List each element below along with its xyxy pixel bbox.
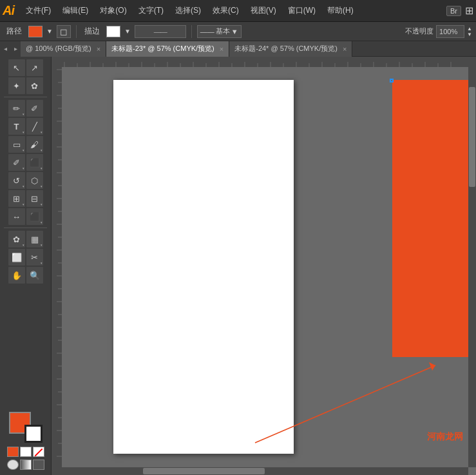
stroke-color-indicator[interactable]: [24, 425, 43, 443]
fill-color-swatch[interactable]: [28, 26, 43, 37]
tabs-bar: ◂ ▸ @ 100% (RGB/预览) × 未标题-23* @ 57% (CMY…: [0, 41, 476, 57]
menu-edit[interactable]: 编辑(E): [57, 3, 93, 19]
menu-help[interactable]: 帮助(H): [322, 3, 359, 19]
workspace-switcher-icon[interactable]: ⊞: [465, 5, 473, 17]
line-segment-icon: ╱: [32, 122, 37, 131]
opacity-stepper[interactable]: ▲ ▼: [467, 26, 472, 37]
fill-mode-btn[interactable]: ◻: [57, 25, 71, 38]
toolbar-separator-2: [191, 25, 192, 38]
tab-scroll-left[interactable]: ◂: [0, 41, 10, 57]
tab-2[interactable]: 未标题-23* @ 57% (CMYK/预览) ×: [106, 41, 229, 57]
tools-inner: ↖ ↗ ✦ ✿ ✏▾ ✐ T▾ ╱▾ ▭▾ 🖌▾ ✐▾ ⬛▾: [0, 57, 51, 287]
canvas-content[interactable]: 河南龙网: [62, 67, 476, 475]
artboard-indicator[interactable]: [33, 460, 44, 470]
rotate-btn[interactable]: ↺▾: [8, 172, 25, 189]
pencil-btn[interactable]: ✐▾: [8, 154, 25, 171]
fill-dropdown-arrow[interactable]: ▼: [46, 28, 53, 35]
warp-icon: ⊟: [31, 194, 38, 204]
tool-row-type: T▾ ╱▾: [1, 118, 50, 135]
tab-scroll-right[interactable]: ▸: [10, 41, 21, 57]
width-icon: ↔: [12, 212, 21, 222]
opacity-section: 不透明度 100% ▲ ▼: [405, 25, 472, 38]
svg-marker-65: [429, 362, 435, 371]
type-tool-btn[interactable]: T▾: [8, 118, 25, 135]
column-chart-btn[interactable]: ▦▾: [26, 231, 43, 247]
zoom-icon: 🔍: [30, 271, 40, 280]
app-logo: Ai: [3, 3, 14, 18]
tab-3-label: 未标题-24* @ 57% (CMYK/预览): [234, 44, 338, 53]
menu-text[interactable]: 文字(T): [133, 3, 169, 19]
menu-view[interactable]: 视图(V): [245, 3, 281, 19]
menu-object[interactable]: 对象(O): [95, 3, 131, 19]
column-graph-btn[interactable]: ⬛▾: [26, 208, 43, 225]
no-fill-indicator[interactable]: [33, 447, 44, 457]
menu-select[interactable]: 选择(S): [170, 3, 206, 19]
color-apply-row: [4, 460, 47, 470]
stroke-preset-section: —— 基本 ▼: [197, 25, 242, 38]
selection-tool-btn[interactable]: ↖: [8, 59, 25, 76]
magic-wand-btn[interactable]: ✦: [8, 77, 25, 94]
vertical-scrollbar-thumb[interactable]: [469, 87, 475, 187]
tool-row-width: ↔ ⬛▾: [1, 208, 50, 225]
tab-1-close[interactable]: ×: [97, 45, 100, 53]
direct-select-btn[interactable]: ↗: [26, 59, 43, 76]
stroke-label: 描边: [82, 26, 102, 37]
spray-icon: ✿: [13, 235, 20, 244]
path-label: 路径: [4, 26, 24, 37]
hand-tool-btn[interactable]: ✋: [8, 267, 25, 284]
stroke-line-icon: ——: [200, 28, 214, 35]
main-area: ↖ ↗ ✦ ✿ ✏▾ ✐ T▾ ╱▾ ▭▾ 🖌▾ ✐▾ ⬛▾: [0, 57, 476, 475]
zoom-btn[interactable]: 🔍: [26, 267, 43, 284]
stroke-swatch-inner: [26, 427, 41, 441]
anchor-btn[interactable]: ✐: [26, 100, 43, 117]
paintbrush-btn[interactable]: 🖌▾: [26, 136, 43, 153]
opacity-input[interactable]: 100%: [436, 25, 464, 38]
color-section: [0, 407, 51, 475]
document-page: [113, 80, 294, 454]
stroke-preset-dropdown[interactable]: —— 基本 ▼: [197, 25, 242, 38]
rotate-icon: ↺: [13, 176, 20, 186]
artboard-btn[interactable]: ⬜: [8, 249, 25, 266]
orange-rectangle-shape[interactable]: [392, 80, 476, 357]
line-segment-btn[interactable]: ╱▾: [26, 118, 43, 135]
slice-btn[interactable]: ✂▾: [26, 249, 43, 266]
tools-panel: ↖ ↗ ✦ ✿ ✏▾ ✐ T▾ ╱▾ ▭▾ 🖌▾ ✐▾ ⬛▾: [0, 57, 52, 475]
tab-3-close[interactable]: ×: [343, 45, 347, 53]
pen-icon: ✏: [13, 104, 20, 113]
vertical-scrollbar[interactable]: [468, 67, 476, 467]
anchor-icon: ✐: [31, 104, 38, 113]
canvas-area[interactable]: 河南龙网: [52, 57, 476, 475]
horizontal-scrollbar-thumb[interactable]: [143, 468, 265, 474]
color-swatch-white[interactable]: [20, 447, 32, 457]
scale-btn[interactable]: ⊞▾: [8, 190, 25, 207]
lasso-btn[interactable]: ✿: [26, 77, 43, 94]
stroke-weight-btn[interactable]: ——: [135, 25, 186, 38]
gradient-indicator[interactable]: [20, 460, 32, 470]
menu-window[interactable]: 窗口(W): [283, 3, 321, 19]
menu-file[interactable]: 文件(F): [21, 3, 56, 19]
tab-3[interactable]: 未标题-24* @ 57% (CMYK/预览) ×: [229, 41, 352, 57]
rect-tool-btn[interactable]: ▭▾: [8, 136, 25, 153]
symbol-spray-btn[interactable]: ✿▾: [8, 231, 25, 247]
horizontal-scrollbar[interactable]: [62, 467, 468, 475]
horizontal-ruler: [52, 57, 476, 67]
tab-1-label: @ 100% (RGB/预览): [26, 44, 91, 53]
pen-tool-btn[interactable]: ✏▾: [8, 100, 25, 117]
watermark-text: 河南龙网: [427, 431, 463, 443]
tool-row-select: ↖ ↗: [1, 59, 50, 76]
bridge-badge[interactable]: Br: [446, 6, 461, 16]
color-swatch-red[interactable]: [7, 447, 19, 457]
menu-effect[interactable]: 效果(C): [207, 3, 244, 19]
tab-1[interactable]: @ 100% (RGB/预览) ×: [21, 41, 106, 57]
reflect-icon: ⬡: [31, 176, 38, 186]
width-tool-btn[interactable]: ↔: [8, 208, 25, 225]
fill-stroke-swatches: [9, 412, 43, 443]
eraser-btn[interactable]: ⬛▾: [26, 154, 43, 171]
tab-2-close[interactable]: ×: [220, 45, 224, 53]
stroke-color-btn[interactable]: [106, 26, 120, 37]
warp-btn[interactable]: ⊟▾: [26, 190, 43, 207]
reflect-btn[interactable]: ⬡▾: [26, 172, 43, 189]
color-circle-indicator[interactable]: [7, 460, 19, 470]
stroke-dropdown-arrow[interactable]: ▼: [124, 28, 131, 35]
direct-arrow-icon: ↗: [31, 63, 38, 73]
